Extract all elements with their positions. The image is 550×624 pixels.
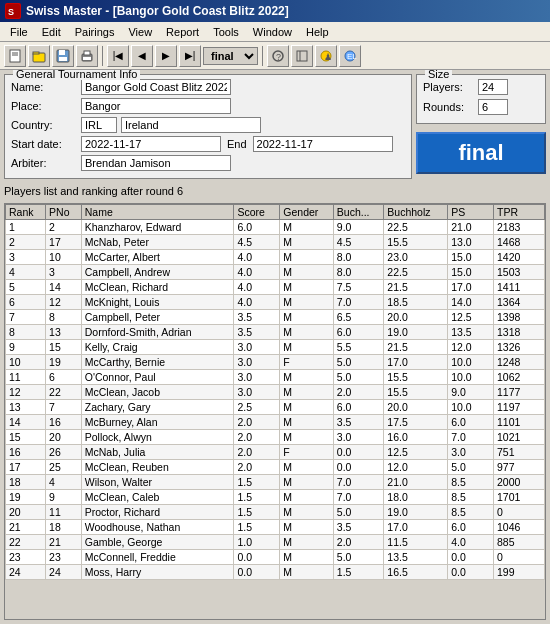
table-cell: 1062 bbox=[494, 370, 545, 385]
menu-help[interactable]: Help bbox=[300, 25, 335, 39]
tb-icon1[interactable]: ? bbox=[267, 45, 289, 67]
rounds-input[interactable] bbox=[478, 99, 508, 115]
next-button[interactable]: ▶ bbox=[155, 45, 177, 67]
open-button[interactable] bbox=[28, 45, 50, 67]
table-row: 915Kelly, Craig3.0M5.521.512.01326 bbox=[6, 340, 545, 355]
svg-rect-2 bbox=[10, 50, 20, 62]
players-input[interactable] bbox=[478, 79, 508, 95]
table-cell: McCarthy, Bernie bbox=[81, 355, 234, 370]
table-cell: F bbox=[280, 445, 334, 460]
table-cell: Proctor, Richard bbox=[81, 505, 234, 520]
table-cell: 0.0 bbox=[448, 550, 494, 565]
table-cell: M bbox=[280, 265, 334, 280]
menu-window[interactable]: Window bbox=[247, 25, 298, 39]
table-cell: 18 bbox=[6, 475, 46, 490]
table-cell: 199 bbox=[494, 565, 545, 580]
table-cell: 1.5 bbox=[234, 505, 280, 520]
table-cell: McClean, Jacob bbox=[81, 385, 234, 400]
main-area: General Tournament Info Name: Place: Cou… bbox=[0, 70, 550, 624]
table-cell: 6.0 bbox=[333, 400, 384, 415]
table-row: 1626McNab, Julia2.0F0.012.53.0751 bbox=[6, 445, 545, 460]
name-input[interactable] bbox=[81, 79, 231, 95]
save-button[interactable] bbox=[52, 45, 74, 67]
tb-icon3[interactable]: ♟ bbox=[315, 45, 337, 67]
table-row: 813Dornford-Smith, Adrian3.5M6.019.013.5… bbox=[6, 325, 545, 340]
arbiter-input[interactable] bbox=[81, 155, 231, 171]
table-cell: 3.5 bbox=[333, 415, 384, 430]
table-cell: 5.0 bbox=[333, 370, 384, 385]
table-cell: 1.5 bbox=[234, 475, 280, 490]
col-header-tpr: TPR bbox=[494, 205, 545, 220]
table-cell: 7.0 bbox=[333, 490, 384, 505]
table-cell: 1.5 bbox=[333, 565, 384, 580]
table-cell: 16.0 bbox=[384, 430, 448, 445]
final-button[interactable]: final bbox=[416, 132, 546, 174]
table-cell: 14 bbox=[46, 280, 82, 295]
menu-pairings[interactable]: Pairings bbox=[69, 25, 121, 39]
table-cell: 6.0 bbox=[234, 220, 280, 235]
table-cell: M bbox=[280, 415, 334, 430]
table-cell: 22.5 bbox=[384, 220, 448, 235]
table-cell: 1248 bbox=[494, 355, 545, 370]
col-header-buch1: Buch... bbox=[333, 205, 384, 220]
table-cell: 8 bbox=[6, 325, 46, 340]
start-label: Start date: bbox=[11, 138, 81, 150]
table-cell: 15.0 bbox=[448, 265, 494, 280]
players-table-wrapper[interactable]: Rank PNo Name Score Gender Buch... Buchh… bbox=[4, 203, 546, 620]
table-cell: 1326 bbox=[494, 340, 545, 355]
round-info: Players list and ranking after round 6 bbox=[4, 185, 546, 197]
arbiter-label: Arbiter: bbox=[11, 157, 81, 169]
table-cell: 8.0 bbox=[333, 265, 384, 280]
table-cell: 12.0 bbox=[448, 340, 494, 355]
round-select[interactable]: final 1 2 3 4 5 6 bbox=[203, 47, 258, 65]
table-cell: M bbox=[280, 235, 334, 250]
table-cell: 17 bbox=[6, 460, 46, 475]
table-cell: 12.5 bbox=[448, 310, 494, 325]
table-cell: 3.0 bbox=[234, 340, 280, 355]
start-date-input[interactable] bbox=[81, 136, 221, 152]
first-button[interactable]: |◀ bbox=[107, 45, 129, 67]
end-date-input[interactable] bbox=[253, 136, 393, 152]
new-button[interactable] bbox=[4, 45, 26, 67]
table-cell: 26 bbox=[46, 445, 82, 460]
info-row: General Tournament Info Name: Place: Cou… bbox=[4, 74, 546, 179]
last-button[interactable]: ▶| bbox=[179, 45, 201, 67]
table-cell: 23 bbox=[6, 550, 46, 565]
table-row: 1222McClean, Jacob3.0M2.015.59.01177 bbox=[6, 385, 545, 400]
table-cell: McKnight, Louis bbox=[81, 295, 234, 310]
table-cell: 14.0 bbox=[448, 295, 494, 310]
table-cell: Pollock, Alwyn bbox=[81, 430, 234, 445]
print-button[interactable] bbox=[76, 45, 98, 67]
table-cell: Campbell, Peter bbox=[81, 310, 234, 325]
table-cell: 18.5 bbox=[384, 295, 448, 310]
table-cell: 9 bbox=[6, 340, 46, 355]
menu-file[interactable]: File bbox=[4, 25, 34, 39]
place-input[interactable] bbox=[81, 98, 231, 114]
menu-tools[interactable]: Tools bbox=[207, 25, 245, 39]
menu-report[interactable]: Report bbox=[160, 25, 205, 39]
table-cell: McCarter, Albert bbox=[81, 250, 234, 265]
table-cell: 3.5 bbox=[234, 310, 280, 325]
table-cell: 9 bbox=[46, 490, 82, 505]
tb-icon4[interactable]: ELO bbox=[339, 45, 361, 67]
country-code-input[interactable] bbox=[81, 117, 117, 133]
table-cell: 3 bbox=[6, 250, 46, 265]
table-cell: 0.0 bbox=[333, 445, 384, 460]
table-row: 310McCarter, Albert4.0M8.023.015.01420 bbox=[6, 250, 545, 265]
table-cell: 2 bbox=[6, 235, 46, 250]
menu-view[interactable]: View bbox=[122, 25, 158, 39]
table-row: 2118Woodhouse, Nathan1.5M3.517.06.01046 bbox=[6, 520, 545, 535]
table-cell: 17.5 bbox=[384, 415, 448, 430]
prev-button[interactable]: ◀ bbox=[131, 45, 153, 67]
menu-edit[interactable]: Edit bbox=[36, 25, 67, 39]
tb-icon2[interactable] bbox=[291, 45, 313, 67]
table-cell: 1197 bbox=[494, 400, 545, 415]
country-name-input[interactable] bbox=[121, 117, 261, 133]
table-cell: 6.0 bbox=[448, 520, 494, 535]
table-cell: 5.0 bbox=[333, 550, 384, 565]
table-cell: Dornford-Smith, Adrian bbox=[81, 325, 234, 340]
table-cell: 23.0 bbox=[384, 250, 448, 265]
table-cell: 2.0 bbox=[234, 430, 280, 445]
table-cell: 1 bbox=[6, 220, 46, 235]
table-cell: 977 bbox=[494, 460, 545, 475]
